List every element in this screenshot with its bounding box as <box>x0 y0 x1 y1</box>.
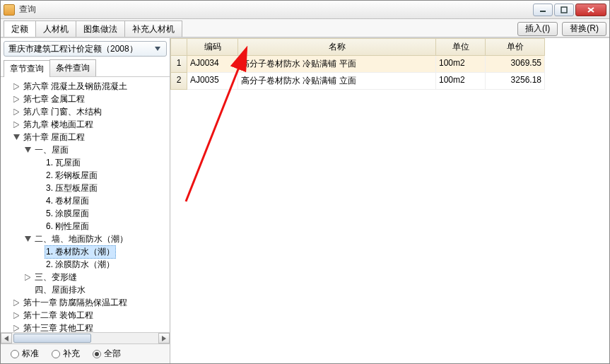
expand-icon[interactable] <box>12 82 20 90</box>
tab-3[interactable]: 补充人材机 <box>124 20 182 37</box>
tree-node-label: 第六章 混凝土及钢筋混凝土 <box>22 81 129 93</box>
tree-node[interactable]: 2. 彩钢板屋面 <box>1 169 170 182</box>
insert-button[interactable]: 插入(I) <box>517 22 558 36</box>
radio-icon <box>52 350 60 358</box>
row-number[interactable]: 1 <box>170 56 187 73</box>
radio-0[interactable]: 标准 <box>11 348 39 360</box>
radio-2[interactable]: 全部 <box>93 348 121 360</box>
tree-node[interactable]: 第八章 门窗、木结构 <box>1 105 170 118</box>
tree-node[interactable]: 第十章 屋面工程 <box>1 131 170 143</box>
cell-unit[interactable]: 100m2 <box>436 73 486 90</box>
collapse-icon[interactable] <box>23 235 32 243</box>
col-header-price[interactable]: 单价 <box>486 38 545 56</box>
tree-node-label: 1. 瓦屋面 <box>45 157 82 169</box>
tree-node[interactable]: 第七章 金属工程 <box>1 93 170 105</box>
cell-price[interactable]: 3256.18 <box>486 73 545 90</box>
minimize-button[interactable] <box>533 4 553 16</box>
tree-node-label: 一、屋面 <box>33 144 70 156</box>
close-button[interactable] <box>575 4 606 16</box>
app-window: 查询 定额人材机图集做法补充人材机 插入(I) 替换(R) 重庆市建筑工程计价定… <box>0 0 610 364</box>
expand-icon[interactable] <box>12 324 20 332</box>
expand-icon[interactable] <box>12 95 20 103</box>
tree-node-label: 2. 涂膜防水（潮） <box>45 259 116 271</box>
tree-node-label: 4. 卷材屋面 <box>45 195 90 207</box>
tree-horizontal-scrollbar[interactable] <box>1 332 170 344</box>
tree-node-label: 第八章 门窗、木结构 <box>22 106 103 118</box>
tree-node[interactable]: 6. 刚性屋面 <box>1 220 170 233</box>
maximize-button[interactable] <box>554 4 574 16</box>
tree-node-label: 3. 压型板屋面 <box>45 182 99 194</box>
app-icon <box>4 4 15 16</box>
tree-node[interactable]: 4. 卷材屋面 <box>1 194 170 207</box>
tab-2[interactable]: 图集做法 <box>76 20 125 37</box>
tab-1[interactable]: 人材机 <box>35 20 76 37</box>
cell-price[interactable]: 3069.55 <box>486 56 545 73</box>
tree-node-label: 第十一章 防腐隔热保温工程 <box>22 297 129 309</box>
tree-node[interactable]: 第九章 楼地面工程 <box>1 118 170 131</box>
expand-icon[interactable] <box>12 298 20 307</box>
svg-marker-16 <box>4 336 8 341</box>
subtab-0[interactable]: 章节查询 <box>4 60 50 77</box>
expand-icon[interactable] <box>12 311 20 319</box>
svg-marker-11 <box>25 236 31 242</box>
tree-node[interactable]: 四、屋面排水 <box>1 283 170 296</box>
norm-combo[interactable]: 重庆市建筑工程计价定额（2008） <box>4 41 167 57</box>
tree-node[interactable]: 三、变形缝 <box>1 271 170 283</box>
norm-combo-text: 重庆市建筑工程计价定额（2008） <box>8 43 152 55</box>
svg-marker-12 <box>25 274 30 281</box>
cell-name[interactable]: 高分子卷材防水 冷贴满铺 平面 <box>238 56 436 73</box>
radio-label: 标准 <box>22 348 39 360</box>
col-header-unit[interactable]: 单位 <box>436 38 486 56</box>
left-subtabs: 章节查询条件查询 <box>1 59 170 77</box>
tab-0[interactable]: 定额 <box>4 20 36 37</box>
tree-node[interactable]: 二、墙、地面防水（潮） <box>1 233 170 245</box>
cell-name[interactable]: 高分子卷材防水 冷贴满铺 立面 <box>238 73 436 90</box>
svg-marker-17 <box>162 336 166 341</box>
chapter-tree[interactable]: 第六章 混凝土及钢筋混凝土第七章 金属工程第八章 门窗、木结构第九章 楼地面工程… <box>1 77 170 332</box>
collapse-icon[interactable] <box>12 133 20 141</box>
tree-node[interactable]: 一、屋面 <box>1 143 170 156</box>
tree-node[interactable]: 1. 卷材防水（潮） <box>1 245 170 258</box>
col-header-name[interactable]: 名称 <box>238 38 436 56</box>
scroll-right-button[interactable] <box>158 333 170 344</box>
radio-1[interactable]: 补充 <box>52 348 80 360</box>
cell-code[interactable]: AJ0035 <box>187 73 238 90</box>
tree-node-label: 第十章 屋面工程 <box>22 131 86 143</box>
cell-unit[interactable]: 100m2 <box>436 56 486 73</box>
minimize-icon <box>539 6 546 13</box>
left-panel: 重庆市建筑工程计价定额（2008） 章节查询条件查询 第六章 混凝土及钢筋混凝土… <box>1 38 170 363</box>
subtab-1[interactable]: 条件查询 <box>49 59 96 76</box>
expand-icon[interactable] <box>12 120 20 129</box>
tree-node[interactable]: 第十二章 装饰工程 <box>1 309 170 322</box>
row-number[interactable]: 2 <box>170 73 187 90</box>
main-toolbar: 定额人材机图集做法补充人材机 插入(I) 替换(R) <box>1 19 609 37</box>
tree-node[interactable]: 2. 涂膜防水（潮） <box>1 258 170 271</box>
svg-marker-15 <box>13 325 19 331</box>
tree-node[interactable]: 3. 压型板屋面 <box>1 182 170 194</box>
scroll-left-button[interactable] <box>1 333 12 344</box>
chevron-down-icon <box>152 43 163 54</box>
tree-node-label: 6. 刚性屋面 <box>45 221 90 233</box>
collapse-icon[interactable] <box>23 146 32 154</box>
replace-button[interactable]: 替换(R) <box>562 22 606 36</box>
tree-node-label: 1. 卷材防水（潮） <box>45 245 116 259</box>
tree-node[interactable]: 第十三章 其他工程 <box>1 322 170 332</box>
filter-radios: 标准补充全部 <box>1 344 170 363</box>
results-grid[interactable]: 编码名称单位单价1AJ0034高分子卷材防水 冷贴满铺 平面100m23069.… <box>170 38 609 90</box>
scroll-thumb[interactable] <box>13 334 91 343</box>
scroll-track[interactable] <box>12 333 158 344</box>
col-header-rownum[interactable] <box>170 38 187 56</box>
tree-node[interactable]: 第六章 混凝土及钢筋混凝土 <box>1 80 170 93</box>
svg-marker-10 <box>25 147 31 153</box>
radio-label: 全部 <box>104 348 121 360</box>
expand-icon[interactable] <box>12 107 20 116</box>
col-header-code[interactable]: 编码 <box>187 38 238 56</box>
expand-icon[interactable] <box>23 273 32 281</box>
svg-marker-6 <box>13 96 19 102</box>
tree-node[interactable]: 第十一章 防腐隔热保温工程 <box>1 296 170 309</box>
svg-rect-1 <box>561 7 567 13</box>
tree-node-label: 二、墙、地面防水（潮） <box>33 233 129 245</box>
cell-code[interactable]: AJ0034 <box>187 56 238 73</box>
tree-node[interactable]: 5. 涂膜屋面 <box>1 207 170 220</box>
tree-node[interactable]: 1. 瓦屋面 <box>1 156 170 169</box>
